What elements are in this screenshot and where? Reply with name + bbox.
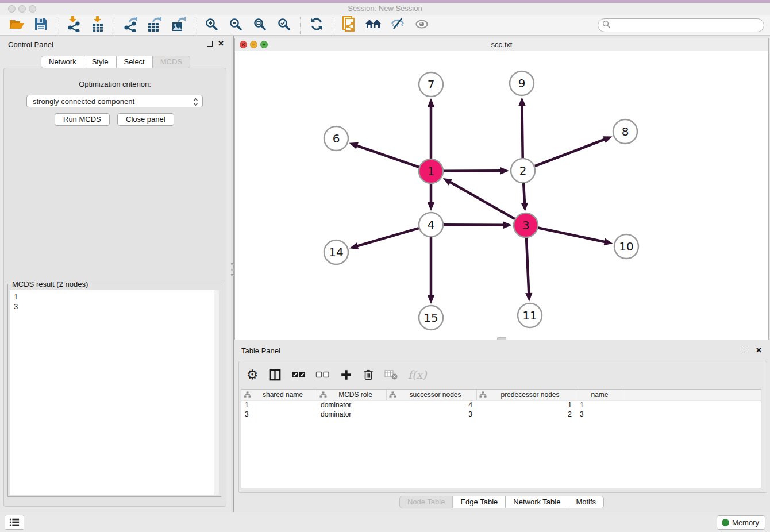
result-scrollbar[interactable] — [214, 290, 219, 495]
delete-table-button[interactable] — [384, 367, 398, 383]
table-cell[interactable]: 2 — [477, 410, 576, 419]
table-settings-button[interactable]: ⚙ — [246, 367, 259, 383]
tab-node-table[interactable]: Node Table — [399, 496, 453, 508]
close-panel-icon[interactable]: ✕ — [218, 39, 224, 48]
duplicate-network-button[interactable] — [337, 16, 361, 34]
table-cell[interactable]: 1 — [241, 400, 317, 410]
memory-button[interactable]: Memory — [717, 515, 765, 530]
graph-edge-arrowhead — [428, 202, 434, 211]
task-history-button[interactable] — [5, 515, 24, 530]
column-header-name[interactable]: name — [576, 390, 623, 400]
column-header-predecessor-nodes[interactable]: predecessor nodes — [477, 390, 576, 400]
graph-edge-2-3[interactable] — [523, 183, 525, 205]
select-all-button[interactable] — [291, 367, 306, 383]
tab-network[interactable]: Network — [41, 56, 84, 68]
function-builder-button[interactable]: f(x) — [408, 367, 427, 383]
graph-edge-arrowhead — [500, 167, 509, 174]
table-row[interactable]: 3dominator323 — [241, 410, 761, 419]
refresh-button[interactable] — [305, 16, 329, 34]
hide-panels-button[interactable] — [386, 16, 410, 34]
table-cell[interactable]: 3 — [241, 410, 317, 419]
table-panel: Table Panel ✕ ⚙ f(x) shared nameMCDS rol… — [234, 342, 769, 510]
window-resize-grip[interactable] — [497, 337, 506, 340]
networks-home-button[interactable] — [361, 16, 386, 34]
deselect-all-button[interactable] — [315, 367, 330, 383]
graph-edge-1-2[interactable] — [444, 171, 502, 171]
tab-network-table[interactable]: Network Table — [506, 496, 568, 508]
import-network-button[interactable] — [61, 16, 86, 34]
import-table-button[interactable] — [86, 16, 110, 34]
graph-node-label-3: 3 — [522, 218, 530, 232]
splitter-grip-icon — [231, 263, 234, 276]
export-image-icon — [171, 16, 186, 34]
toolbar-divider — [333, 17, 333, 34]
delete-column-button[interactable] — [362, 367, 375, 383]
table-row[interactable]: 1dominator411 — [241, 400, 761, 410]
table-header-row: shared nameMCDS rolesuccessor nodesprede… — [241, 390, 761, 400]
float-panel-icon[interactable] — [207, 41, 213, 47]
zoom-selected-button[interactable] — [272, 16, 296, 34]
column-header-successor-nodes[interactable]: successor nodes — [387, 390, 477, 400]
criterion-select[interactable]: strongly connected component — [26, 95, 203, 107]
graph-edge-arrowhead — [604, 238, 613, 245]
tab-motifs[interactable]: Motifs — [568, 496, 604, 508]
export-image-button[interactable] — [167, 16, 191, 34]
export-network-button[interactable] — [118, 16, 143, 34]
export-table-button[interactable] — [143, 16, 167, 34]
run-mcds-button[interactable]: Run MCDS — [55, 113, 110, 126]
function-icon: f(x) — [408, 368, 427, 381]
save-session-button[interactable] — [29, 16, 53, 34]
zoom-fit-button[interactable] — [248, 16, 272, 34]
eye-icon — [414, 17, 429, 33]
list-icon — [9, 517, 20, 527]
column-header-MCDS-role[interactable]: MCDS role — [317, 390, 387, 400]
graph-edge-4-3[interactable] — [444, 225, 505, 225]
tab-mcds[interactable]: MCDS — [153, 56, 190, 68]
table-cell[interactable]: dominator — [317, 410, 387, 419]
float-table-panel-icon[interactable] — [744, 348, 749, 353]
graph-edge-1-6[interactable] — [356, 145, 419, 167]
graph-edge-4-14[interactable] — [356, 228, 419, 246]
table-frame: ⚙ f(x) shared nameMCDS rolesuccessor nod… — [238, 361, 767, 493]
export-network-icon — [123, 16, 138, 34]
gear-icon: ⚙ — [247, 368, 259, 381]
column-header-shared-name[interactable]: shared name — [241, 390, 317, 400]
zoom-in-button[interactable] — [199, 16, 224, 34]
toolbar-divider — [114, 17, 114, 34]
open-session-button[interactable] — [5, 16, 29, 34]
sort-hierarchy-icon — [244, 391, 251, 398]
close-panel-button[interactable]: Close panel — [117, 113, 174, 126]
table-cell[interactable]: 1 — [477, 400, 576, 410]
table-cell[interactable]: 3 — [387, 410, 477, 419]
graph-edge-arrowhead — [603, 136, 612, 143]
graph-edge-3-10[interactable] — [538, 228, 606, 242]
import-table-icon — [91, 16, 105, 34]
close-table-panel-icon[interactable]: ✕ — [756, 346, 762, 354]
network-canvas[interactable]: 7968124314101511 — [235, 51, 768, 340]
graph-edge-2-8[interactable] — [535, 139, 606, 166]
tab-select[interactable]: Select — [117, 56, 153, 68]
mcds-result-title: MCDS result (2 nodes) — [10, 280, 90, 288]
graph-edge-arrowhead — [428, 295, 434, 304]
search-input[interactable] — [611, 20, 764, 31]
table-cell[interactable]: dominator — [317, 400, 387, 410]
table-cell[interactable]: 4 — [387, 400, 477, 410]
table-cell[interactable]: 3 — [576, 410, 623, 419]
mcds-result-text: 1 3 — [10, 290, 219, 311]
criterion-value: strongly connected component — [33, 97, 134, 106]
home-icon — [365, 17, 382, 33]
tab-edge-table[interactable]: Edge Table — [453, 496, 506, 508]
graph-edge-arrowhead — [349, 142, 359, 149]
graph-edge-3-1[interactable] — [449, 182, 515, 219]
table-cell[interactable]: 1 — [576, 400, 623, 410]
toolbar-divider — [195, 17, 195, 34]
graph-edge-3-11[interactable] — [526, 238, 529, 295]
column-view-button[interactable] — [268, 367, 282, 383]
add-column-button[interactable] — [340, 367, 352, 383]
graph-edge-2-9[interactable] — [522, 104, 522, 158]
mcds-result-area[interactable]: 1 3 — [10, 290, 219, 495]
show-panels-button[interactable] — [410, 16, 434, 34]
zoom-out-button[interactable] — [224, 16, 248, 34]
trash-icon — [363, 368, 374, 381]
tab-style[interactable]: Style — [84, 56, 117, 68]
